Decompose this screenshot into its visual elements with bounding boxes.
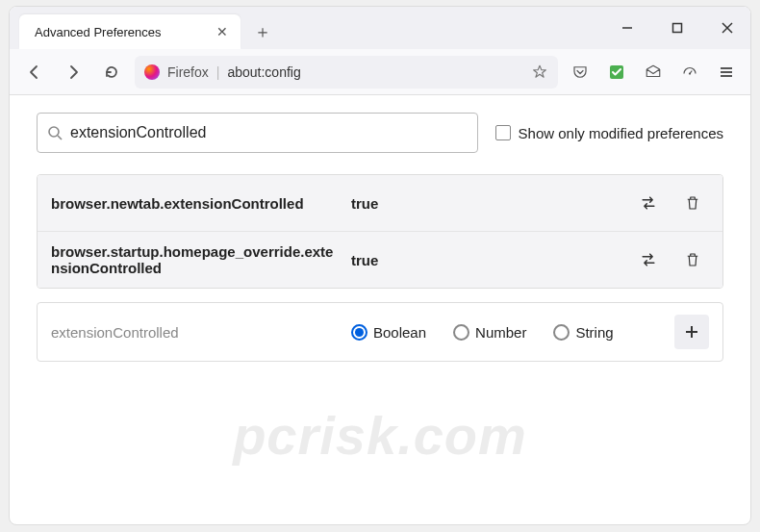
- toolbar-icons: [566, 58, 741, 87]
- new-pref-row: extensionControlled Boolean Number Strin…: [37, 302, 723, 362]
- pocket-icon[interactable]: [566, 58, 595, 87]
- bookmark-star-icon[interactable]: [531, 63, 548, 81]
- pref-value: true: [351, 252, 621, 268]
- delete-button[interactable]: [676, 187, 709, 219]
- tab-title: Advanced Preferences: [35, 25, 214, 39]
- pref-name: browser.newtab.extensionControlled: [51, 195, 340, 212]
- svg-line-11: [58, 136, 62, 139]
- new-pref-name: extensionControlled: [51, 324, 340, 341]
- extension-icon[interactable]: [602, 58, 631, 87]
- mail-icon[interactable]: [639, 58, 668, 87]
- toolbar: Firefox | about:config: [10, 49, 750, 95]
- pref-row: browser.startup.homepage_override.extens…: [38, 232, 722, 288]
- firefox-icon: [144, 64, 160, 80]
- browser-window: Advanced Preferences ✕ ＋ Firefox | about…: [9, 6, 751, 525]
- pref-row: browser.newtab.extensionControlled true: [38, 175, 722, 232]
- svg-point-10: [49, 127, 59, 137]
- toggle-button[interactable]: [632, 187, 665, 219]
- address-bar[interactable]: Firefox | about:config: [135, 56, 558, 89]
- toggle-button[interactable]: [632, 243, 665, 276]
- pref-value: true: [351, 195, 621, 212]
- minimize-button[interactable]: [614, 14, 641, 41]
- search-input[interactable]: extensionControlled: [37, 113, 478, 153]
- reload-button[interactable]: [96, 57, 127, 88]
- radio-boolean[interactable]: Boolean: [351, 324, 426, 341]
- svg-rect-1: [673, 24, 682, 33]
- menu-button[interactable]: [712, 58, 741, 87]
- prefs-list: browser.newtab.extensionControlled true …: [37, 174, 723, 289]
- browser-tab[interactable]: Advanced Preferences ✕: [19, 14, 241, 49]
- radio-icon: [553, 324, 570, 341]
- type-radio-group: Boolean Number String: [351, 324, 663, 341]
- checkbox-icon[interactable]: [495, 125, 511, 140]
- radio-icon: [351, 324, 367, 341]
- dashboard-icon[interactable]: [675, 58, 704, 87]
- new-tab-button[interactable]: ＋: [248, 17, 277, 46]
- show-modified-checkbox[interactable]: Show only modified preferences: [495, 125, 723, 141]
- address-url: about:config: [227, 64, 523, 80]
- close-window-button[interactable]: [714, 14, 741, 41]
- close-tab-icon[interactable]: ✕: [214, 23, 231, 40]
- forward-button[interactable]: [58, 57, 89, 88]
- radio-number[interactable]: Number: [453, 324, 526, 341]
- search-value: extensionControlled: [70, 124, 206, 141]
- svg-line-6: [690, 70, 692, 73]
- search-icon: [47, 125, 63, 140]
- search-row: extensionControlled Show only modified p…: [37, 113, 723, 153]
- window-controls: [614, 7, 741, 49]
- watermark: pcrisk.com: [233, 404, 527, 467]
- radio-label: Boolean: [373, 324, 426, 341]
- checkbox-label: Show only modified preferences: [519, 125, 723, 141]
- maximize-button[interactable]: [664, 14, 691, 41]
- radio-label: String: [575, 324, 613, 341]
- radio-string[interactable]: String: [553, 324, 613, 341]
- content-area: extensionControlled Show only modified p…: [10, 95, 750, 379]
- radio-label: Number: [475, 324, 526, 341]
- address-label: Firefox: [167, 64, 209, 80]
- titlebar: Advanced Preferences ✕ ＋: [10, 7, 750, 49]
- radio-icon: [453, 324, 469, 341]
- back-button[interactable]: [19, 57, 50, 88]
- address-separator: |: [216, 64, 220, 80]
- pref-name: browser.startup.homepage_override.extens…: [51, 243, 340, 276]
- delete-button[interactable]: [676, 243, 709, 276]
- add-button[interactable]: [674, 315, 709, 349]
